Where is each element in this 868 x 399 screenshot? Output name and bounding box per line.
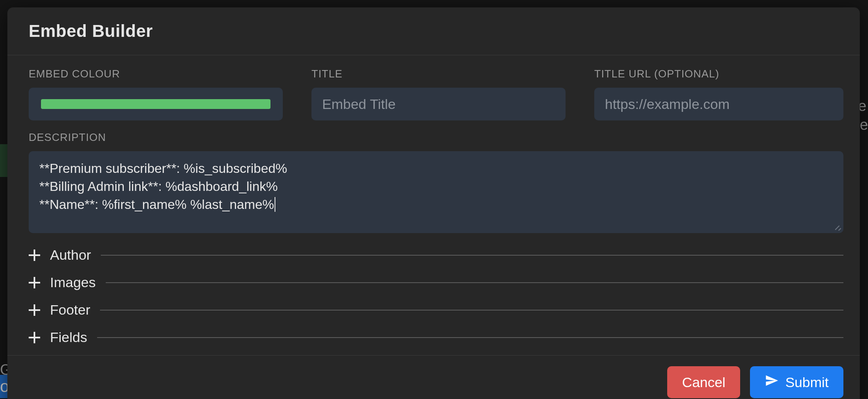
submit-button[interactable]: Submit xyxy=(750,366,843,398)
embed-colour-well[interactable] xyxy=(29,88,283,120)
embed-title-url-group: TITLE URL (OPTIONAL) xyxy=(594,68,843,120)
embed-title-input[interactable] xyxy=(311,88,566,120)
bg-green-strip xyxy=(0,144,7,177)
section-divider xyxy=(101,255,843,256)
section-toggle-fields[interactable]: Fields xyxy=(29,324,843,351)
embed-title-label: TITLE xyxy=(311,68,566,80)
plus-icon xyxy=(29,304,40,316)
paper-plane-icon xyxy=(765,374,779,391)
embed-title-url-input[interactable] xyxy=(594,88,843,120)
section-label-fields: Fields xyxy=(50,329,87,345)
plus-icon xyxy=(29,249,40,261)
section-toggle-images[interactable]: Images xyxy=(29,269,843,296)
text-caret xyxy=(275,197,275,212)
cancel-button[interactable]: Cancel xyxy=(667,366,740,398)
plus-icon xyxy=(29,332,40,343)
cancel-button-label: Cancel xyxy=(682,374,725,390)
modal-footer: Cancel Submit xyxy=(7,355,860,399)
section-label-footer: Footer xyxy=(50,302,90,318)
section-label-images: Images xyxy=(50,274,96,290)
embed-description-group: DESCRIPTION **Premium subscriber**: %is_… xyxy=(29,131,843,233)
embed-description-input[interactable]: **Premium subscriber**: %is_subscribed%*… xyxy=(29,151,843,233)
embed-title-url-label: TITLE URL (OPTIONAL) xyxy=(594,68,843,80)
plus-icon xyxy=(29,277,40,288)
section-divider xyxy=(106,282,844,283)
embed-colour-group: EMBED COLOUR xyxy=(29,68,283,120)
section-label-author: Author xyxy=(50,247,91,263)
submit-button-label: Submit xyxy=(785,374,829,390)
modal-header: Embed Builder xyxy=(7,7,860,55)
section-toggle-footer[interactable]: Footer xyxy=(29,296,843,324)
embed-builder-modal: Embed Builder EMBED COLOUR TITLE TITLE U… xyxy=(7,7,860,399)
field-row-top: EMBED COLOUR TITLE TITLE URL (OPTIONAL) xyxy=(29,68,843,120)
modal-title: Embed Builder xyxy=(29,21,843,41)
section-toggle-author[interactable]: Author xyxy=(29,241,843,269)
embed-description-label: DESCRIPTION xyxy=(29,131,843,144)
section-divider xyxy=(97,337,843,338)
section-divider xyxy=(100,310,843,311)
embed-description-wrap: **Premium subscriber**: %is_subscribed%*… xyxy=(29,151,843,233)
embed-description-text: **Premium subscriber**: %is_subscribed%*… xyxy=(39,161,287,212)
embed-title-group: TITLE xyxy=(311,68,566,120)
embed-colour-label: EMBED COLOUR xyxy=(29,68,283,80)
embed-colour-swatch xyxy=(41,99,270,109)
modal-body: EMBED COLOUR TITLE TITLE URL (OPTIONAL) … xyxy=(7,55,860,355)
